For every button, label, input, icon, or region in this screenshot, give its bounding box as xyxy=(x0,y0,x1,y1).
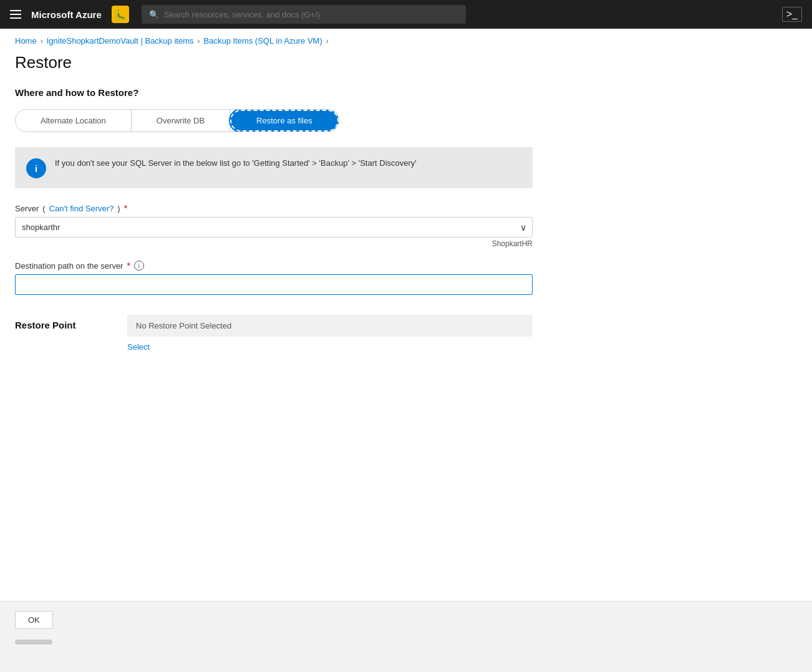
search-box[interactable]: 🔍 xyxy=(142,5,466,24)
breadcrumb-sep-1: › xyxy=(41,37,43,46)
breadcrumb-home[interactable]: Home xyxy=(15,36,37,46)
destination-info-icon: i xyxy=(134,261,144,271)
server-field-group: Server (Can't find Server?) * shopkarthr… xyxy=(15,203,533,248)
tab-alternate-location[interactable]: Alternate Location xyxy=(16,110,132,132)
server-paren-close: ) xyxy=(117,204,120,213)
destination-label-text: Destination path on the server xyxy=(15,261,123,271)
restore-point-content: No Restore Point Selected Select xyxy=(127,315,533,352)
cant-find-server-link[interactable]: Can't find Server? xyxy=(49,204,114,213)
menu-icon[interactable] xyxy=(10,10,21,19)
scrollbar-thumb[interactable] xyxy=(15,640,52,645)
section-title: Where and how to Restore? xyxy=(15,87,797,98)
restore-point-label: Restore Point xyxy=(15,320,102,330)
restore-point-select-link[interactable]: Select xyxy=(127,342,150,352)
info-text: If you don't see your SQL Server in the … xyxy=(55,157,417,170)
terminal-icon[interactable]: >_ xyxy=(782,7,802,22)
breadcrumb-sep-3: › xyxy=(326,37,329,46)
tab-group: Alternate Location Overwrite DB Restore … xyxy=(15,109,339,132)
server-label: Server (Can't find Server?) * xyxy=(15,203,533,213)
tab-overwrite-db[interactable]: Overwrite DB xyxy=(132,110,230,132)
ok-button[interactable]: OK xyxy=(15,611,53,629)
server-required: * xyxy=(124,203,127,213)
search-icon: 🔍 xyxy=(149,10,159,19)
info-icon: i xyxy=(26,158,46,178)
app-title: Microsoft Azure xyxy=(31,9,102,20)
scrollbar-area xyxy=(0,638,812,646)
form-area: Where and how to Restore? Alternate Loca… xyxy=(0,82,812,601)
bottom-bar: OK xyxy=(0,601,812,638)
search-input[interactable] xyxy=(164,10,458,19)
main-container: Home › IgniteShopkartDemoVault | Backup … xyxy=(0,29,812,646)
destination-input[interactable] xyxy=(15,274,533,295)
breadcrumb: Home › IgniteShopkartDemoVault | Backup … xyxy=(0,29,812,50)
topbar-right: >_ xyxy=(782,7,802,22)
breadcrumb-sep-2: › xyxy=(198,37,200,46)
bug-icon: 🐛 xyxy=(112,6,129,23)
server-paren-open: ( xyxy=(42,204,45,213)
tab-restore-as-files[interactable]: Restore as files xyxy=(230,110,339,132)
topbar: Microsoft Azure 🐛 🔍 >_ xyxy=(0,0,812,29)
server-label-text: Server xyxy=(15,204,39,213)
restore-point-section: Restore Point No Restore Point Selected … xyxy=(15,315,533,352)
destination-field-group: Destination path on the server * i xyxy=(15,261,533,295)
server-hint: ShopkartHR xyxy=(15,239,533,248)
info-box: i If you don't see your SQL Server in th… xyxy=(15,147,533,188)
server-select-wrapper: shopkarthr ShopkartHR ∨ xyxy=(15,217,533,238)
breadcrumb-vault[interactable]: IgniteShopkartDemoVault | Backup items xyxy=(47,36,194,46)
page-title: Restore xyxy=(0,50,812,82)
destination-required: * xyxy=(127,261,130,271)
breadcrumb-backup-items[interactable]: Backup Items (SQL in Azure VM) xyxy=(204,36,322,46)
server-select[interactable]: shopkarthr ShopkartHR xyxy=(15,217,533,238)
restore-point-display: No Restore Point Selected xyxy=(127,315,533,337)
destination-label: Destination path on the server * i xyxy=(15,261,533,271)
